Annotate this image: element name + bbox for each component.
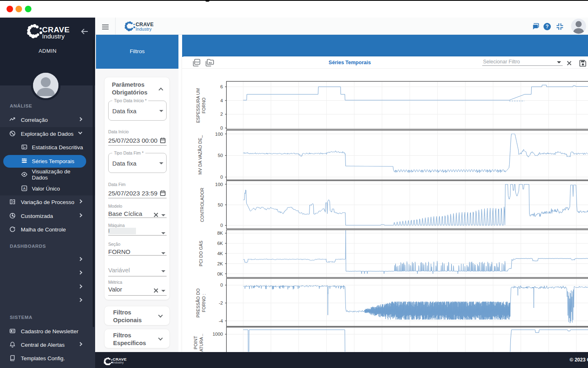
svg-text:FORNO :: FORNO : (201, 294, 206, 312)
svg-text:CONTROLADOR: CONTROLADOR (200, 188, 205, 222)
svg-text:100: 100 (215, 182, 223, 187)
svg-text:1000: 1000 (212, 332, 223, 337)
svg-text:FORNO: FORNO (201, 98, 206, 114)
svg-text:ESPESSURA UM: ESPESSURA UM (196, 88, 200, 123)
svg-text:0K: 0K (217, 272, 223, 276)
svg-text:ATURA ..: ATURA .. (199, 334, 204, 352)
svg-text:0: 0 (220, 126, 223, 130)
svg-text:PDF: PDF (195, 61, 200, 63)
svg-text:4K: 4K (217, 251, 223, 256)
svg-text:50: 50 (218, 153, 223, 158)
svg-text:8K: 8K (217, 231, 223, 236)
svg-text:?: ? (546, 24, 548, 29)
svg-text:A: A (23, 186, 25, 191)
svg-text:0: 0 (220, 283, 223, 287)
svg-text:50: 50 (218, 202, 223, 207)
svg-text:-4: -4 (219, 319, 223, 323)
svg-text:MV DA VAZÃO DE_: MV DA VAZÃO DE_ (198, 135, 203, 175)
svg-text:6K: 6K (217, 241, 223, 246)
svg-text:2K: 2K (217, 261, 223, 266)
svg-text:PRESSÃO DO: PRESSÃO DO (196, 288, 200, 317)
svg-text:0: 0 (220, 223, 223, 228)
svg-text:100: 100 (215, 132, 223, 137)
svg-text:6: 6 (220, 84, 223, 89)
svg-text:0: 0 (220, 175, 223, 180)
svg-text:2: 2 (220, 112, 223, 117)
svg-text:PCI DO GÁS: PCI DO GÁS (198, 241, 203, 267)
svg-text:POINT: POINT (193, 336, 198, 349)
svg-text:4: 4 (220, 98, 223, 103)
svg-text:-2: -2 (219, 301, 223, 305)
